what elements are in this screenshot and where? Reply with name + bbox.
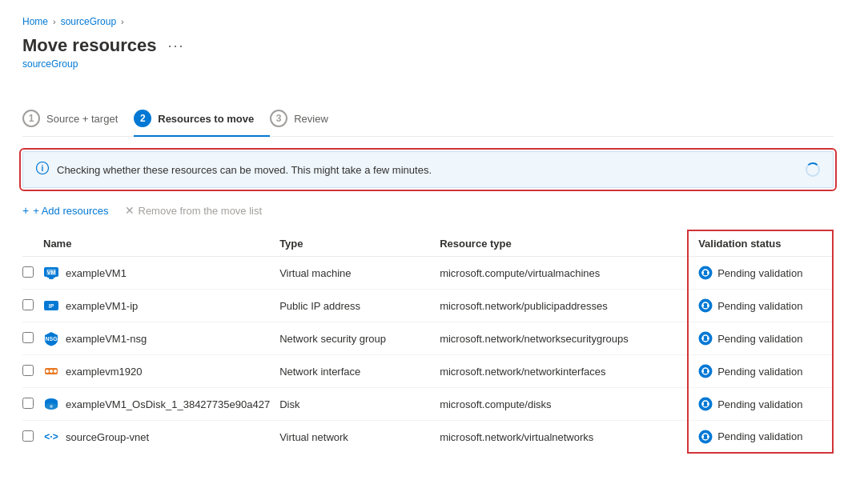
- pending-validation-icon: [698, 331, 713, 346]
- step-resources-to-move[interactable]: 2 Resources to move: [134, 102, 270, 137]
- svg-point-21: [50, 370, 53, 373]
- page-header: Move resources ···: [22, 35, 834, 56]
- pending-validation: Pending validation: [689, 422, 832, 452]
- validation-status-cell: Pending validation: [688, 257, 833, 290]
- info-banner-text: Checking whether these resources can be …: [57, 164, 798, 176]
- row-checkbox[interactable]: [22, 430, 34, 442]
- step-2-label: Resources to move: [158, 113, 254, 125]
- pending-validation-icon: [698, 430, 713, 444]
- th-resource-type: Resource type: [440, 230, 688, 257]
- more-options-button[interactable]: ···: [165, 38, 188, 54]
- table-row: <·>sourceGroup-vnetVirtual networkmicros…: [22, 421, 833, 454]
- validation-status-cell: Pending validation: [688, 421, 833, 454]
- pending-validation: Pending validation: [689, 389, 832, 419]
- row-checkbox[interactable]: [22, 398, 34, 409]
- step-1-circle: 1: [22, 110, 40, 127]
- svg-point-20: [46, 370, 49, 373]
- breadcrumb-source-group[interactable]: sourceGroup: [61, 16, 116, 27]
- page-title: Move resources: [22, 35, 157, 56]
- svg-text:IP: IP: [49, 303, 54, 309]
- resource-type-value: microsoft.compute/virtualmachines: [440, 257, 688, 290]
- resource-name-cell: NSGexampleVM1-nsg: [43, 322, 279, 355]
- info-banner: i Checking whether these resources can b…: [22, 151, 834, 188]
- add-icon: +: [22, 204, 29, 217]
- svg-point-34: [699, 430, 713, 443]
- pending-validation: Pending validation: [689, 258, 832, 288]
- pending-validation-icon: [698, 364, 713, 378]
- resource-type-value: microsoft.network/virtualnetworks: [440, 421, 688, 454]
- resource-name-cell: examplevm1920: [43, 355, 279, 388]
- remove-label: Remove from the move list: [139, 205, 263, 217]
- resource-name: exampleVM1: [66, 267, 127, 279]
- row-checkbox[interactable]: [22, 365, 34, 376]
- icon-vm: VM: [43, 265, 59, 281]
- resource-type-label: Virtual network: [279, 421, 440, 454]
- table-row: exampleVM1_OsDisk_1_38427735e90a427Diskm…: [22, 388, 833, 421]
- resource-name: exampleVM1_OsDisk_1_38427735e90a427: [66, 398, 270, 410]
- step-source-target[interactable]: 1 Source + target: [22, 102, 134, 137]
- icon-nsg: NSG: [43, 330, 59, 346]
- svg-text:VM: VM: [47, 270, 56, 275]
- resource-type-value: microsoft.network/publicipaddresses: [440, 290, 688, 322]
- row-checkbox[interactable]: [22, 332, 34, 343]
- svg-point-22: [54, 370, 57, 373]
- wizard-steps: 1 Source + target 2 Resources to move 3 …: [22, 102, 834, 137]
- source-group-link[interactable]: sourceGroup: [22, 58, 78, 70]
- icon-vnet: <·>: [43, 429, 59, 445]
- validation-status-text: Pending validation: [717, 366, 802, 378]
- breadcrumb-sep-2: ›: [121, 17, 124, 26]
- breadcrumb-home[interactable]: Home: [22, 16, 48, 27]
- th-name: Name: [43, 230, 279, 257]
- resource-name-cell: IPexampleVM1-ip: [43, 290, 279, 322]
- row-checkbox[interactable]: [22, 266, 34, 278]
- validation-status-text: Pending validation: [717, 430, 802, 442]
- step-2-circle: 2: [134, 110, 151, 127]
- validation-status-cell: Pending validation: [688, 290, 833, 322]
- svg-point-30: [699, 398, 713, 411]
- remove-icon: ✕: [125, 204, 135, 217]
- info-icon: i: [36, 162, 49, 178]
- breadcrumb: Home › sourceGroup ›: [22, 16, 834, 27]
- resource-type-value: microsoft.network/networksecuritygroups: [440, 322, 688, 355]
- validation-status-cell: Pending validation: [688, 322, 833, 355]
- validation-status-text: Pending validation: [717, 398, 802, 410]
- pending-validation: Pending validation: [689, 356, 832, 386]
- pending-validation-icon: [698, 298, 713, 313]
- step-3-label: Review: [294, 113, 328, 125]
- svg-point-23: [699, 365, 713, 378]
- svg-point-16: [699, 332, 713, 346]
- th-validation: Validation status: [688, 230, 833, 257]
- step-1-label: Source + target: [46, 113, 118, 125]
- remove-button[interactable]: ✕ Remove from the move list: [125, 204, 263, 217]
- step-review[interactable]: 3 Review: [270, 102, 344, 137]
- resource-type-label: Disk: [279, 388, 440, 421]
- loading-spinner: [806, 162, 820, 177]
- pending-validation: Pending validation: [689, 290, 832, 321]
- validation-status-text: Pending validation: [717, 333, 802, 345]
- th-checkbox: [22, 230, 43, 257]
- breadcrumb-sep-1: ›: [53, 17, 56, 26]
- resource-type-value: microsoft.network/networkinterfaces: [440, 355, 688, 388]
- svg-text:<·>: <·>: [44, 431, 58, 442]
- resource-name: sourceGroup-vnet: [66, 431, 149, 443]
- pending-validation-icon: [698, 397, 713, 411]
- step-3-circle: 3: [270, 110, 287, 127]
- add-resources-button[interactable]: + + Add resources: [22, 204, 109, 217]
- row-checkbox[interactable]: [22, 299, 34, 310]
- pending-validation: Pending validation: [689, 323, 832, 354]
- resource-type-label: Public IP address: [279, 290, 440, 322]
- validation-status-text: Pending validation: [717, 300, 802, 312]
- table-row: examplevm1920Network interfacemicrosoft.…: [22, 355, 833, 388]
- th-type: Type: [279, 230, 440, 257]
- resource-name-cell: <·>sourceGroup-vnet: [43, 421, 279, 454]
- resource-type-value: microsoft.compute/disks: [440, 388, 688, 421]
- resource-name: exampleVM1-nsg: [66, 333, 147, 345]
- resource-name-cell: VMexampleVM1: [43, 257, 279, 290]
- toolbar: + + Add resources ✕ Remove from the move…: [22, 204, 834, 217]
- pending-validation-icon: [698, 266, 713, 280]
- svg-rect-4: [49, 278, 54, 279]
- svg-point-7: [699, 266, 713, 280]
- svg-point-12: [699, 299, 713, 313]
- resource-type-label: Network security group: [279, 322, 440, 355]
- resource-name: exampleVM1-ip: [66, 300, 138, 312]
